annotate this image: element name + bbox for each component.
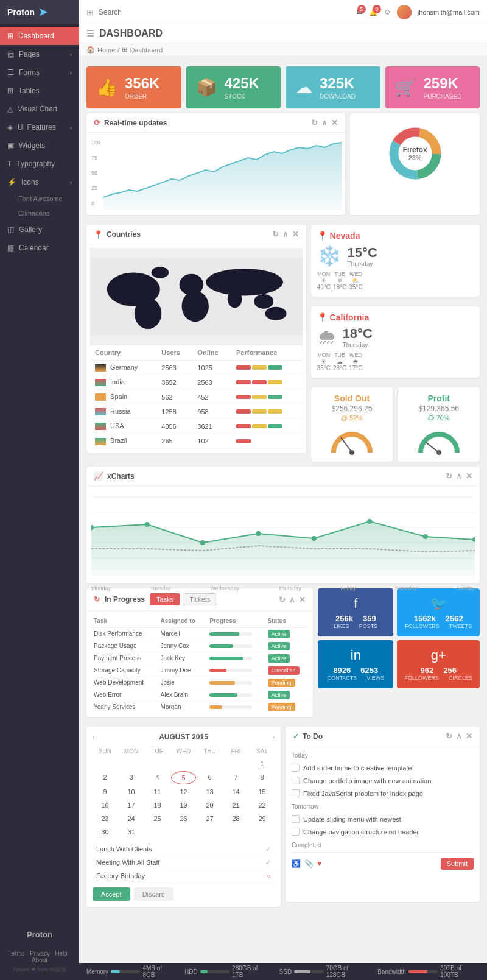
calendar-day[interactable]: 5 <box>171 771 196 784</box>
calendar-day[interactable]: 12 <box>171 786 196 798</box>
sidebar-item-icons[interactable]: ⚡ Icons › <box>0 173 79 191</box>
in-progress-header: ↻ In Progress Tasks Tickets ↻ ∧ ✕ <box>86 588 313 611</box>
calendar-day[interactable]: 29 <box>250 813 275 825</box>
stat-order: 👍 356K ORDER <box>86 66 181 108</box>
calendar-day[interactable]: 17 <box>119 799 144 811</box>
todo-checkbox[interactable] <box>292 815 300 823</box>
chevron-up-icon[interactable]: ∧ <box>456 731 462 741</box>
close-icon[interactable]: ✕ <box>466 731 472 741</box>
close-icon[interactable]: ✕ <box>466 471 472 481</box>
sidebar-item-visual-chart[interactable]: △ Visual Chart <box>0 100 79 118</box>
help-link[interactable]: Help <box>55 950 68 957</box>
sidebar-item-pages[interactable]: ▤ Pages › <box>0 45 79 63</box>
calendar-day[interactable]: 1 <box>250 758 275 770</box>
prev-month-button[interactable]: ‹ <box>93 733 95 741</box>
calendar-day[interactable]: 21 <box>223 799 248 811</box>
accept-button[interactable]: Accept <box>93 887 130 901</box>
todo-checkbox[interactable] <box>292 777 300 784</box>
user-avatar[interactable] <box>397 5 412 19</box>
chevron-up-icon[interactable]: ∧ <box>456 471 462 481</box>
close-icon[interactable]: ✕ <box>292 230 299 239</box>
calendar-day[interactable]: 2 <box>93 771 117 784</box>
sidebar-item-calendar[interactable]: ▦ Calendar <box>0 239 79 257</box>
terms-link[interactable]: Terms <box>9 950 25 957</box>
calendar-day[interactable]: 16 <box>93 799 117 811</box>
calendar-day[interactable]: 31 <box>119 826 144 838</box>
chevron-up-icon[interactable]: ∧ <box>321 118 328 127</box>
refresh-icon[interactable]: ↻ <box>279 595 286 604</box>
discard-button[interactable]: Discard <box>134 887 173 901</box>
sidebar-item-font-awesome[interactable]: Font Awesome <box>0 191 79 206</box>
progress-tabs: Tasks Tickets <box>150 593 217 605</box>
calendar-day[interactable]: 27 <box>197 813 222 825</box>
calendar-card: ‹ AUGUST 2015 › SUNMONTUEWEDTHUFRISAT 12… <box>86 727 281 907</box>
calendar-day[interactable]: 8 <box>250 771 275 784</box>
close-icon[interactable]: ✕ <box>331 118 338 127</box>
todo-checkbox[interactable] <box>292 764 300 772</box>
calendar-day[interactable]: 14 <box>223 786 248 798</box>
calendar-day[interactable]: 18 <box>145 799 170 811</box>
sidebar-item-climacons[interactable]: Climacons <box>0 206 79 220</box>
sidebar-item-dashboard[interactable]: ⊞ Dashboard <box>0 27 79 45</box>
privacy-link[interactable]: Privacy <box>30 950 50 957</box>
sidebar-item-tables[interactable]: ⊞ Tables <box>0 82 79 100</box>
calendar-day[interactable]: 20 <box>197 799 222 811</box>
calendar-day[interactable]: 22 <box>250 799 275 811</box>
calendar-day[interactable]: 6 <box>197 771 222 784</box>
event-icon[interactable]: ○ <box>267 872 271 880</box>
calendar-day[interactable]: 11 <box>145 786 170 798</box>
next-month-button[interactable]: › <box>272 733 275 741</box>
calendar-day[interactable]: 28 <box>223 813 248 825</box>
breadcrumb-home[interactable]: Home <box>97 46 115 54</box>
todo-checkbox[interactable] <box>292 789 300 797</box>
tab-tickets[interactable]: Tickets <box>183 593 217 605</box>
forecast-temp: 17°C <box>349 365 362 372</box>
about-link[interactable]: About <box>32 957 47 964</box>
calendar-day[interactable]: 4 <box>145 771 170 784</box>
sidebar-item-label: Icons <box>21 178 39 186</box>
refresh-icon[interactable]: ↻ <box>272 230 279 239</box>
event-icon[interactable]: ✓ <box>265 859 271 867</box>
sidebar-item-typography[interactable]: T Typography <box>0 155 79 173</box>
xchart-svg <box>91 491 475 582</box>
event-icon[interactable]: ✓ <box>265 845 271 853</box>
settings-icon[interactable]: ⚙ <box>384 8 391 16</box>
chevron-up-icon[interactable]: ∧ <box>282 230 289 239</box>
xchart-icon: 📈 <box>94 471 103 481</box>
calendar-day[interactable]: 10 <box>119 786 144 798</box>
calendar-day[interactable]: 19 <box>171 799 196 811</box>
calendar-day[interactable]: 7 <box>223 771 248 784</box>
calendar-day[interactable]: 9 <box>93 786 117 798</box>
refresh-icon[interactable]: ↻ <box>446 471 452 481</box>
todo-checkbox[interactable] <box>292 828 300 836</box>
forecast-day: WED <box>349 271 362 277</box>
calendar-day[interactable]: 30 <box>93 826 117 838</box>
countries-title: Countries <box>107 230 141 239</box>
search-input[interactable] <box>99 8 352 16</box>
chevron-up-icon[interactable]: ∧ <box>289 595 295 604</box>
sidebar-item-forms[interactable]: ☰ Forms › <box>0 63 79 82</box>
gp-number2: 256 <box>443 666 457 675</box>
sidebar-item-ui-features[interactable]: ◈ UI Features › <box>0 118 79 136</box>
tab-tasks[interactable]: Tasks <box>150 593 180 605</box>
email-notification[interactable]: ✉ 5 <box>357 8 363 16</box>
sidebar-footer: Terms · Privacy · Help · About Proton ❤ … <box>0 944 79 980</box>
heart-icon[interactable]: ♥ <box>317 859 321 868</box>
calendar-day[interactable]: 15 <box>250 786 275 798</box>
calendar-day[interactable]: 25 <box>145 813 170 825</box>
calendar-day[interactable]: 23 <box>93 813 117 825</box>
sidebar-item-widgets[interactable]: ▣ Widgets <box>0 136 79 155</box>
sidebar-item-gallery[interactable]: ◫ Gallery <box>0 220 79 239</box>
refresh-icon[interactable]: ↻ <box>311 118 318 127</box>
calendar-day[interactable]: 24 <box>119 813 144 825</box>
close-icon[interactable]: ✕ <box>299 595 306 604</box>
calendar-day[interactable]: 3 <box>119 771 144 784</box>
forecast-temp: 28°C <box>333 365 346 372</box>
calendar-day[interactable]: 13 <box>197 786 222 798</box>
bell-notification[interactable]: 🔔 3 <box>369 8 378 16</box>
submit-button[interactable]: Submit <box>441 858 474 870</box>
calendar-day[interactable]: 26 <box>171 813 196 825</box>
footer-ssd: SSD 70GB of 128GB <box>279 965 368 978</box>
refresh-icon[interactable]: ↻ <box>446 731 452 741</box>
todo-new-input[interactable] <box>325 860 437 867</box>
